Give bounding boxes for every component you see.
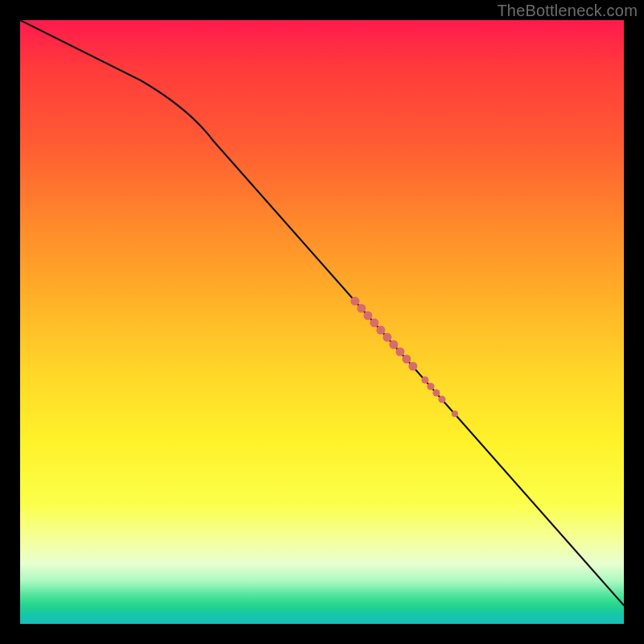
- highlight-markers: [351, 297, 459, 418]
- attribution-text: TheBottleneck.com: [497, 2, 638, 20]
- svg-point-4: [377, 326, 386, 335]
- svg-point-1: [357, 304, 366, 313]
- svg-point-3: [370, 319, 379, 328]
- gradient-plot-area: [20, 20, 624, 624]
- svg-point-13: [439, 396, 446, 403]
- bottleneck-curve: [20, 20, 624, 605]
- svg-point-0: [351, 297, 360, 306]
- svg-point-2: [364, 312, 373, 320]
- svg-point-10: [422, 377, 429, 384]
- svg-point-14: [452, 411, 458, 417]
- svg-point-11: [427, 383, 435, 390]
- svg-point-9: [409, 362, 418, 371]
- svg-point-5: [383, 333, 392, 342]
- svg-point-8: [402, 355, 411, 364]
- svg-point-12: [433, 390, 440, 397]
- chart-frame: TheBottleneck.com: [0, 0, 644, 644]
- plot-svg: [20, 20, 624, 624]
- svg-point-7: [396, 348, 405, 357]
- svg-point-6: [390, 341, 398, 349]
